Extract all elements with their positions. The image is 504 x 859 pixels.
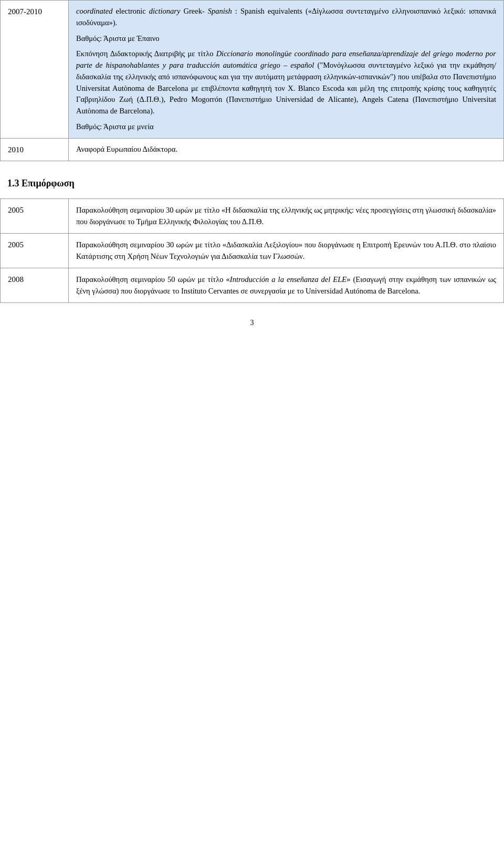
italic-text-3: Spanish — [208, 7, 232, 15]
table-row: 2007-2010 coordinated electronic diction… — [1, 1, 504, 139]
training-table: 2005 Παρακολούθηση σεμιναρίου 30 ωρών με… — [0, 198, 504, 303]
year-cell-training-1: 2005 — [1, 199, 69, 234]
year-label: 2007-2010 — [8, 7, 42, 16]
italic-text-1: coordinated — [76, 7, 113, 15]
section-heading-text: 1.3 Επιμόρφωση — [7, 178, 75, 188]
thesis-text: Εκπόνηση Διδακτορικής Διατριβής με τίτλο — [76, 49, 216, 58]
table-row: 2010 Αναφορά Ευρωπαίου Διδάκτορα. — [1, 138, 504, 161]
grade-text-1: Βαθμός: Άριστα με Έπαινο — [76, 34, 159, 43]
content-cell-training-1: Παρακολούθηση σεμιναρίου 30 ωρών με τίτλ… — [69, 199, 504, 234]
italic-text-2: dictionary — [149, 7, 181, 15]
page-number: 3 — [0, 319, 504, 327]
normal-text-1: electronic — [116, 7, 149, 15]
content-paragraph-1: coordinated electronic dictionary Greek-… — [76, 6, 496, 29]
training-text-3: Παρακολούθηση σεμιναρίου 50 ωρών με τίτλ… — [76, 275, 230, 284]
training-text-3-italic: Introducción a la enseñanza del ELE — [230, 275, 346, 284]
year-cell-training-2: 2005 — [1, 233, 69, 268]
year-label: 2005 — [8, 206, 24, 214]
table-row: 2005 Παρακολούθηση σεμιναρίου 30 ωρών με… — [1, 233, 504, 268]
top-table: 2007-2010 coordinated electronic diction… — [0, 0, 504, 161]
table-row: 2008 Παρακολούθηση σεμιναρίου 50 ωρών με… — [1, 268, 504, 302]
content-cell-training-2: Παρακολούθηση σεμιναρίου 30 ωρών με τίτλ… — [69, 233, 504, 268]
page: 2007-2010 coordinated electronic diction… — [0, 0, 504, 859]
page-number-text: 3 — [250, 319, 254, 327]
year-cell-2010: 2010 — [1, 138, 69, 161]
year-label: 2008 — [8, 275, 24, 284]
content-cell-2010: Αναφορά Ευρωπαίου Διδάκτορα. — [69, 138, 504, 161]
section-heading-13: 1.3 Επιμόρφωση — [0, 178, 504, 189]
content-text-2010: Αναφορά Ευρωπαίου Διδάκτορα. — [76, 145, 177, 153]
content-cell-2007-2010: coordinated electronic dictionary Greek-… — [69, 1, 504, 139]
year-label: 2010 — [8, 145, 24, 154]
year-cell-training-3: 2008 — [1, 268, 69, 302]
training-text-1: Παρακολούθηση σεμιναρίου 30 ωρών με τίτλ… — [76, 206, 496, 226]
training-text-2: Παρακολούθηση σεμιναρίου 30 ωρών με τίτλ… — [76, 240, 496, 260]
content-paragraph-3: Εκπόνηση Διδακτορικής Διατριβής με τίτλο… — [76, 48, 496, 117]
year-cell-2007-2010: 2007-2010 — [1, 1, 69, 139]
year-label: 2005 — [8, 240, 24, 249]
grade-text-2: Βαθμός: Άριστα με μνεία — [76, 122, 154, 131]
content-cell-training-3: Παρακολούθηση σεμιναρίου 50 ωρών με τίτλ… — [69, 268, 504, 302]
content-paragraph-4: Βαθμός: Άριστα με μνεία — [76, 121, 496, 133]
normal-text-2: Greek- — [184, 7, 205, 15]
table-row: 2005 Παρακολούθηση σεμιναρίου 30 ωρών με… — [1, 199, 504, 234]
content-paragraph-2: Βαθμός: Άριστα με Έπαινο — [76, 33, 496, 45]
